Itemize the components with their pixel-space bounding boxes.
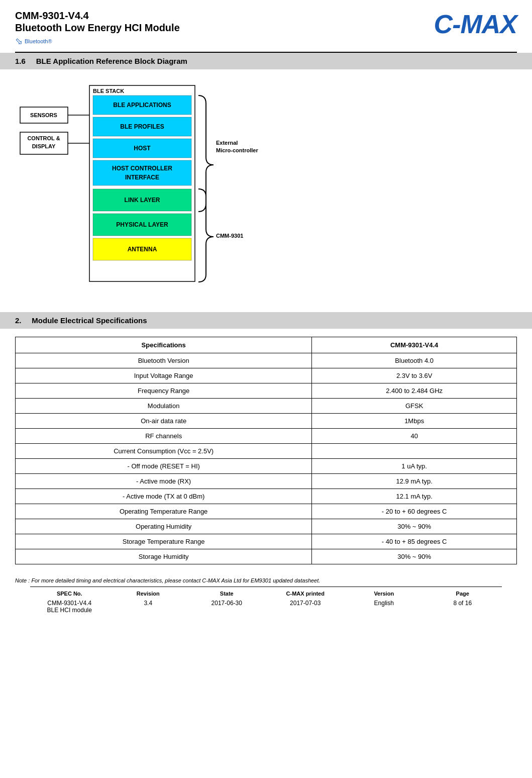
footer-state-value: 2017-06-30	[187, 600, 266, 614]
spec-label: - Off mode (RESET = HI)	[16, 459, 312, 474]
footer-revision-value: 3.4	[109, 600, 188, 614]
footer-col-specno-header: SPEC No.	[30, 591, 109, 597]
spec-label: Frequency Range	[16, 383, 312, 399]
spec-label: RF channels	[16, 429, 312, 444]
table-row: On-air data rate1Mbps	[16, 414, 517, 429]
section2-title: Module Electrical Specifications	[32, 316, 147, 325]
svg-text:INTERFACE: INTERFACE	[125, 174, 159, 181]
svg-text:CMM-9301: CMM-9301	[216, 233, 243, 239]
bluetooth-icon: ⬂	[15, 36, 23, 47]
table-row: ModulationGFSK	[16, 399, 517, 414]
spec-value: 30% ~ 90%	[312, 549, 517, 564]
spec-value: 12.9 mA typ.	[312, 474, 517, 489]
table-row: Input Voltage Range2.3V to 3.6V	[16, 368, 517, 383]
spec-value: 1 uA typ.	[312, 459, 517, 474]
model-title: CMM-9301-V4.4	[15, 9, 180, 22]
svg-text:PHYSICAL LAYER: PHYSICAL LAYER	[116, 221, 168, 228]
col1-header: Specifications	[16, 337, 312, 353]
footer-header-row: SPEC No. Revision State C-MAX printed Ve…	[30, 589, 502, 598]
footer-col-printed-header: C-MAX printed	[266, 591, 345, 597]
product-title: Bluetooth Low Energy HCI Module	[15, 22, 180, 34]
table-row: - Active mode (TX at 0 dBm)12.1 mA typ.	[16, 489, 517, 504]
section1-number: 1.6	[15, 57, 26, 65]
footer-col-revision-header: Revision	[109, 591, 188, 597]
table-row: Operating Temperature Range- 20 to + 60 …	[16, 504, 517, 519]
table-row: - Off mode (RESET = HI)1 uA typ.	[16, 459, 517, 474]
spec-value: 2.400 to 2.484 GHz	[312, 383, 517, 399]
spec-value: 30% ~ 90%	[312, 519, 517, 534]
block-diagram-section: SENSORS CONTROL & DISPLAY BLE STACK BLE …	[0, 69, 532, 312]
spec-label: Bluetooth Version	[16, 353, 312, 368]
spec-value: 2.3V to 3.6V	[312, 368, 517, 383]
svg-text:HOST CONTROLLER: HOST CONTROLLER	[112, 165, 172, 172]
spec-label: Operating Temperature Range	[16, 504, 312, 519]
spec-label: Modulation	[16, 399, 312, 414]
spec-label: Storage Humidity	[16, 549, 312, 564]
spec-label: Current Consumption (Vcc = 2.5V)	[16, 444, 312, 459]
table-row: Operating Humidity30% ~ 90%	[16, 519, 517, 534]
col2-header: CMM-9301-V4.4	[312, 337, 517, 353]
svg-text:HOST: HOST	[134, 145, 151, 152]
table-row: Storage Humidity30% ~ 90%	[16, 549, 517, 564]
bluetooth-label: Bluetooth®	[25, 38, 52, 44]
svg-text:BLE STACK: BLE STACK	[93, 88, 124, 94]
table-row: Bluetooth VersionBluetooth 4.0	[16, 353, 517, 368]
footer-col-version-header: Version	[345, 591, 423, 597]
table-row: RF channels40	[16, 429, 517, 444]
table-row: - Active mode (RX)12.9 mA typ.	[16, 474, 517, 489]
section2-heading: 2. Module Electrical Specifications	[0, 312, 532, 329]
svg-rect-15	[93, 160, 191, 185]
spec-value: - 40 to + 85 degrees C	[312, 534, 517, 549]
svg-text:SENSORS: SENSORS	[30, 112, 57, 118]
section2-number: 2.	[15, 316, 22, 325]
footer-bar: SPEC No. Revision State C-MAX printed Ve…	[30, 587, 502, 615]
footer-col-state-header: State	[187, 591, 266, 597]
spec-label: Input Voltage Range	[16, 368, 312, 383]
table-row: Frequency Range2.400 to 2.484 GHz	[16, 383, 517, 399]
table-row: Storage Temperature Range- 40 to + 85 de…	[16, 534, 517, 549]
section1-heading: 1.6 BLE Application Reference Block Diag…	[0, 53, 532, 69]
spec-value: 40	[312, 429, 517, 444]
specs-section: Specifications CMM-9301-V4.4 Bluetooth V…	[0, 337, 532, 574]
spec-label: Operating Humidity	[16, 519, 312, 534]
svg-text:LINK LAYER: LINK LAYER	[125, 197, 160, 204]
ble-block-diagram: SENSORS CONTROL & DISPLAY BLE STACK BLE …	[15, 79, 296, 296]
svg-text:External: External	[216, 140, 238, 146]
bluetooth-logo: ⬂ Bluetooth®	[15, 36, 180, 47]
svg-text:BLE APPLICATIONS: BLE APPLICATIONS	[113, 102, 171, 109]
section1-title: BLE Application Reference Block Diagram	[36, 57, 187, 65]
specs-table: Specifications CMM-9301-V4.4 Bluetooth V…	[15, 337, 517, 564]
table-row: Current Consumption (Vcc = 2.5V)	[16, 444, 517, 459]
svg-text:DISPLAY: DISPLAY	[32, 143, 56, 149]
footer-note: Note : For more detailed timing and elec…	[0, 574, 532, 587]
spec-value: 12.1 mA typ.	[312, 489, 517, 504]
spec-value: - 20 to + 60 degrees C	[312, 504, 517, 519]
svg-text:BLE PROFILES: BLE PROFILES	[120, 123, 164, 130]
footer-area: SPEC No. Revision State C-MAX printed Ve…	[0, 587, 532, 615]
spec-value	[312, 444, 517, 459]
spec-label: - Active mode (RX)	[16, 474, 312, 489]
spec-label: On-air data rate	[16, 414, 312, 429]
svg-text:ANTENNA: ANTENNA	[128, 246, 157, 253]
brand-logo: C-MAX	[434, 9, 517, 39]
footer-printed-value: 2017-07-03	[266, 600, 345, 614]
footer-version-value: English	[345, 600, 423, 614]
footer-col-page-header: Page	[423, 591, 502, 597]
footer-specno-value: CMM-9301-V4.4BLE HCI module	[30, 600, 109, 614]
spec-label: Storage Temperature Range	[16, 534, 312, 549]
header-title-area: CMM-9301-V4.4 Bluetooth Low Energy HCI M…	[15, 9, 180, 47]
spec-value: 1Mbps	[312, 414, 517, 429]
spec-label: - Active mode (TX at 0 dBm)	[16, 489, 312, 504]
spec-value: GFSK	[312, 399, 517, 414]
svg-text:CONTROL &: CONTROL &	[27, 135, 60, 141]
page-header: CMM-9301-V4.4 Bluetooth Low Energy HCI M…	[0, 0, 532, 52]
spec-value: Bluetooth 4.0	[312, 353, 517, 368]
svg-text:Micro-controller: Micro-controller	[216, 147, 258, 153]
footer-data-row: CMM-9301-V4.4BLE HCI module 3.4 2017-06-…	[30, 598, 502, 615]
footer-page-value: 8 of 16	[423, 600, 502, 614]
